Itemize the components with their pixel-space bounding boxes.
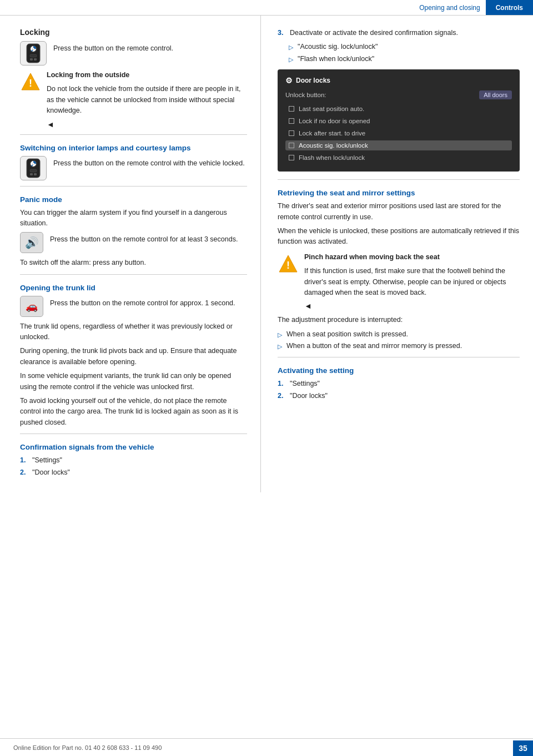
door-lock-rows: Last seat position auto.Lock if no door … <box>285 104 512 163</box>
door-lock-checkbox-4[interactable] <box>289 155 294 160</box>
panic-heading: Panic mode <box>20 195 247 204</box>
door-locks-title-text: Door locks <box>296 77 330 84</box>
activating-num-2-text: "Door locks" <box>290 391 328 401</box>
trunk-p3: In some vehicle equipment variants, the … <box>20 371 247 392</box>
warning-icon-wrap: ! <box>20 71 41 94</box>
retrieve-p1: The driver's seat and exterior mirror po… <box>278 201 520 223</box>
locking-heading: Locking <box>20 28 247 37</box>
header-section-left: Opening and closing <box>0 0 486 15</box>
panic-icon-row: 🔊 Press the button on the remote control… <box>20 232 247 253</box>
unlock-label: Unlock button: <box>285 92 326 98</box>
panic-p2: To switch off the alarm: press any butto… <box>20 258 247 268</box>
divider-1 <box>20 134 247 135</box>
activating-num-1-bullet: 1. <box>278 379 285 389</box>
confirm-item-2: 2. "Door locks" <box>20 467 247 478</box>
divider-3 <box>20 274 247 275</box>
door-locks-title-icon: ⚙ <box>285 76 293 85</box>
confirm-num-2-bullet: 2. <box>20 467 28 478</box>
panic-button-text: Press the button on the remote control f… <box>50 232 238 245</box>
unlock-value: All doors <box>479 90 512 99</box>
warning-text-block: Locking from the outside Do not lock the… <box>47 70 247 129</box>
adjust-item-1: ▷ When a seat position switch is pressed… <box>278 329 520 340</box>
pinch-back-arrow-mark: ◄ <box>304 301 312 310</box>
svg-rect-13 <box>30 169 37 172</box>
confirm-num-1-bullet: 1. <box>20 455 28 466</box>
trunk-button-text: Press the button on the remote control f… <box>50 296 235 309</box>
warning-triangle-icon: ! <box>20 71 41 92</box>
step3-num-bullet: 3. <box>278 28 285 38</box>
right-divider-2 <box>278 357 520 357</box>
trunk-p1: The trunk lid opens, regardless of wheth… <box>20 321 247 343</box>
door-lock-row-0[interactable]: Last seat position auto. <box>285 104 512 114</box>
pinch-text: If this function is used, first make sur… <box>304 266 520 298</box>
page-footer: Online Edition for Part no. 01 40 2 608 … <box>0 738 533 756</box>
trunk-icon-box: 🚗 <box>20 296 43 317</box>
confirm-num-1-text: "Settings" <box>32 455 62 466</box>
activating-heading: Activating the setting <box>278 366 520 375</box>
door-lock-checkbox-3[interactable] <box>289 143 294 148</box>
door-lock-checkbox-0[interactable] <box>289 106 294 112</box>
door-lock-label-1: Lock if no door is opened <box>299 118 509 124</box>
switching-text: Press the button on the remote control w… <box>53 156 245 169</box>
pinch-warning-triangle-icon: ! <box>278 253 299 274</box>
door-lock-row-1[interactable]: Lock if no door is opened <box>285 116 512 126</box>
locking-icon-row: Press the button on the remote control. <box>20 41 247 65</box>
door-lock-row-4[interactable]: Flash when lock/unlock <box>285 153 512 163</box>
svg-rect-6 <box>34 58 37 61</box>
warning-text: Do not lock the vehicle from the outside… <box>47 84 247 116</box>
activating-num-1-text: "Settings" <box>290 379 320 389</box>
adjust-p: The adjustment procedure is interrupted: <box>278 315 520 325</box>
pinch-warning-block: ! Pinch hazard when moving back the seat… <box>278 252 520 311</box>
pinch-warning-text-block: Pinch hazard when moving back the seat I… <box>304 252 520 311</box>
pinch-heading: Pinch hazard when moving back the seat <box>304 252 520 263</box>
pinch-warning-icon-wrap: ! <box>278 253 299 276</box>
svg-rect-14 <box>30 173 33 175</box>
arrow-item-1: ▷ "Acoustic sig. lock/unlock" <box>289 42 520 52</box>
divider-2 <box>20 186 247 187</box>
header-left-label: Opening and closing <box>419 4 480 12</box>
page-header: Opening and closing Controls <box>0 0 533 16</box>
arrow-1-text: "Acoustic sig. lock/unlock" <box>298 42 378 52</box>
confirm-num-2-text: "Door locks" <box>32 467 70 478</box>
retrieve-heading: Retrieving the seat and mirror settings <box>278 189 520 197</box>
right-divider-1 <box>278 179 520 180</box>
svg-rect-4 <box>30 54 37 57</box>
right-column: 3. Deactivate or activate the desired co… <box>261 16 533 492</box>
switching-icon-row: Press the button on the remote control w… <box>20 156 247 180</box>
panic-p1: You can trigger the alarm system if you … <box>20 208 247 229</box>
trunk-p4: To avoid locking yourself out of the veh… <box>20 396 247 428</box>
step3-text: Deactivate or activate the desired confi… <box>290 28 458 38</box>
door-lock-row-3[interactable]: Acoustic sig. lock/unlock <box>285 140 512 150</box>
switching-remote-key-icon <box>24 158 43 179</box>
footer-text: Online Edition for Part no. 01 40 2 608 … <box>13 744 162 751</box>
activating-num-list: 1. "Settings" 2. "Door locks" <box>278 379 520 401</box>
divider-4 <box>20 434 247 434</box>
svg-rect-5 <box>30 58 33 61</box>
door-locks-panel: ⚙ Door locks Unlock button: All doors La… <box>278 69 520 172</box>
adjust-bullet-1: ▷ <box>278 330 282 340</box>
svg-text:!: ! <box>29 78 32 89</box>
arrow-item-2: ▷ "Flash when lock/unlock" <box>289 54 520 64</box>
remote-key-icon <box>24 43 43 64</box>
trunk-icon: 🚗 <box>26 300 38 313</box>
activating-item-2: 2. "Door locks" <box>278 391 520 401</box>
trunk-icon-row: 🚗 Press the button on the remote control… <box>20 296 247 317</box>
confirm-item-1: 1. "Settings" <box>20 455 247 466</box>
confirm-arrow-list: ▷ "Acoustic sig. lock/unlock" ▷ "Flash w… <box>289 42 520 64</box>
arrow-bullet-1: ▷ <box>289 43 293 52</box>
door-lock-row-2[interactable]: Lock after start. to drive <box>285 128 512 138</box>
back-arrow-mark: ◄ <box>47 120 54 129</box>
warning-heading: Locking from the outside <box>47 70 247 80</box>
main-content: Locking Press the button on the <box>0 16 533 492</box>
door-locks-title: ⚙ Door locks <box>285 76 512 85</box>
panic-icon-box: 🔊 <box>20 232 43 253</box>
adjust-bullet-2: ▷ <box>278 342 282 351</box>
switching-heading: Switching on interior lamps and courtesy… <box>20 144 247 152</box>
adjust-text-2: When a button of the seat and mirror mem… <box>286 341 462 351</box>
door-lock-checkbox-2[interactable] <box>289 130 294 136</box>
left-column: Locking Press the button on the <box>0 16 261 492</box>
svg-rect-15 <box>34 173 37 175</box>
svg-text:!: ! <box>286 260 290 271</box>
door-lock-checkbox-1[interactable] <box>289 118 294 124</box>
door-lock-label-0: Last seat position auto. <box>299 105 509 112</box>
